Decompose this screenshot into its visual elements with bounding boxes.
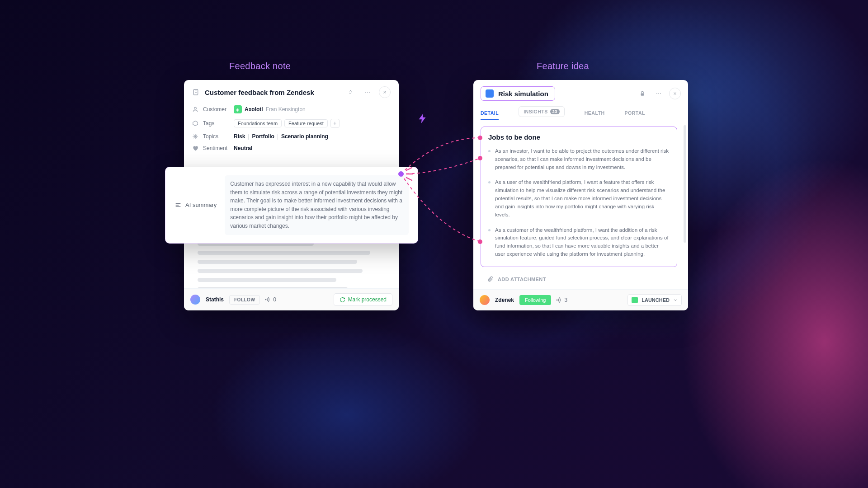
- tags-label: Tags: [203, 120, 234, 127]
- topic-item[interactable]: Scenario planning: [281, 133, 328, 140]
- close-icon[interactable]: [669, 88, 681, 99]
- customer-label: Customer: [203, 106, 234, 113]
- tag-chip[interactable]: Feature request: [284, 119, 328, 127]
- add-tag-button[interactable]: +: [330, 119, 340, 128]
- spark-icon: [417, 113, 429, 124]
- lock-icon[interactable]: [637, 88, 648, 99]
- chevron-down-icon: [673, 298, 678, 302]
- svg-point-5: [265, 299, 266, 300]
- heart-icon: [192, 145, 198, 151]
- follower-count: 3: [557, 297, 567, 303]
- tab-insights[interactable]: INSIGHTS 23: [519, 106, 565, 117]
- followers-icon: [556, 296, 563, 304]
- follower-count: 0: [265, 296, 276, 303]
- feature-title: Risk simulation: [498, 90, 548, 98]
- svg-point-2: [367, 92, 368, 93]
- svg-point-7: [656, 93, 657, 94]
- feedback-card: Customer feedback from Zendesk Customer …: [184, 80, 399, 310]
- company-name: Axolotl: [245, 106, 263, 113]
- insights-count-badge: 23: [550, 109, 560, 114]
- jobs-title: Jobs to be done: [488, 133, 670, 141]
- job-item: As a user of the wealthfriend platform, …: [488, 178, 670, 219]
- svg-point-10: [557, 300, 557, 300]
- ai-summary-panel: AI summary Customer has expressed intere…: [165, 167, 418, 244]
- followers-icon: [264, 296, 272, 304]
- svg-point-9: [660, 93, 661, 94]
- tab-health[interactable]: HEALTH: [585, 107, 605, 119]
- label-feedback-note: Feedback note: [229, 61, 291, 71]
- topics-label: Topics: [203, 133, 234, 140]
- author-name: Stathis: [206, 296, 224, 303]
- topic-item[interactable]: Risk: [234, 133, 245, 140]
- more-icon[interactable]: [653, 88, 665, 99]
- jobs-card: Jobs to be done As an investor, I want t…: [481, 127, 677, 267]
- ai-summary-icon: [175, 202, 182, 209]
- sentiment-value: Neutral: [234, 145, 252, 151]
- avatar[interactable]: [480, 295, 490, 305]
- tab-portal[interactable]: PORTAL: [625, 107, 645, 119]
- company-logo-icon: ◈: [234, 105, 242, 113]
- document-icon: [192, 89, 199, 96]
- ai-summary-label: AI summary: [185, 202, 217, 208]
- feature-title-chip[interactable]: Risk simulation: [481, 86, 555, 101]
- svg-point-8: [658, 93, 659, 94]
- sentiment-label: Sentiment: [203, 145, 234, 151]
- mark-processed-button[interactable]: Mark processed: [334, 293, 392, 306]
- user-icon: [192, 106, 198, 113]
- author-name: Zdenek: [495, 297, 514, 303]
- close-icon[interactable]: [379, 86, 391, 98]
- svg-point-1: [365, 92, 366, 93]
- add-attachment-button[interactable]: ADD ATTACHMENT: [479, 271, 679, 286]
- collapse-icon[interactable]: [344, 86, 356, 98]
- feature-type-icon: [486, 89, 494, 98]
- person-name[interactable]: Fran Kensington: [266, 106, 306, 113]
- snowflake-icon: [192, 133, 198, 140]
- scrollbar[interactable]: [684, 125, 686, 243]
- status-color-icon: [632, 297, 638, 303]
- tag-icon: [192, 120, 198, 127]
- more-icon[interactable]: [362, 86, 373, 98]
- job-item: As a customer of the wealthfriend platfo…: [488, 226, 670, 258]
- avatar[interactable]: [190, 295, 200, 305]
- feature-card: Risk simulation DETAIL INSIGHTS 23 HEALT…: [473, 80, 688, 310]
- status-dropdown[interactable]: LAUNCHED: [627, 294, 682, 306]
- topic-item[interactable]: Portfolio: [252, 133, 274, 140]
- job-item: As an investor, I want to be able to pro…: [488, 147, 670, 171]
- following-button[interactable]: Following: [519, 295, 551, 305]
- svg-rect-6: [641, 93, 644, 95]
- feedback-title: Customer feedback from Zendesk: [205, 89, 339, 96]
- svg-point-3: [369, 92, 370, 93]
- tab-detail[interactable]: DETAIL: [481, 107, 499, 120]
- svg-point-4: [194, 107, 197, 109]
- follow-button[interactable]: FOLLOW: [229, 295, 260, 305]
- label-feature-idea: Feature idea: [537, 61, 589, 71]
- tag-chip[interactable]: Foundations team: [234, 119, 282, 127]
- ai-summary-text: Customer has expressed interest in a new…: [225, 175, 409, 235]
- company-chip[interactable]: ◈ Axolotl: [234, 105, 263, 113]
